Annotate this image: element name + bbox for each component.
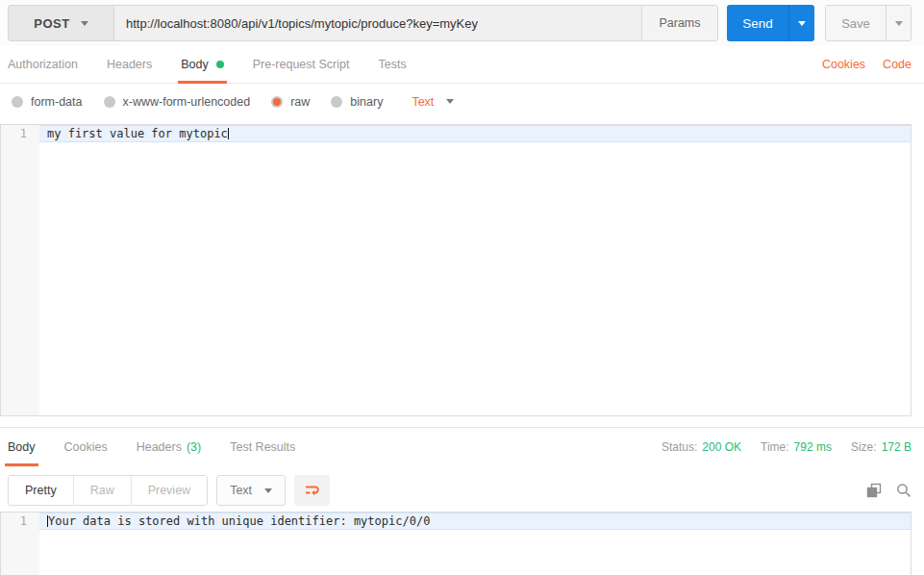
- tab-label: Body: [181, 58, 209, 71]
- save-button[interactable]: Save: [826, 6, 886, 40]
- time-value: 792 ms: [794, 440, 832, 454]
- params-button[interactable]: Params: [642, 6, 717, 40]
- status-value: 200 OK: [702, 440, 741, 454]
- editor-text: Your data is stored with unique identifi…: [48, 514, 430, 528]
- tab-tests[interactable]: Tests: [378, 46, 406, 83]
- save-options-button[interactable]: [886, 6, 911, 40]
- send-split-button: Send: [727, 5, 814, 41]
- save-split-button: Save: [825, 5, 912, 41]
- chevron-down-icon: [81, 21, 88, 26]
- code-link[interactable]: Code: [883, 46, 912, 83]
- response-tool-icons: [866, 483, 912, 498]
- radio-label: x-www-form-urlencoded: [123, 95, 251, 109]
- format-label: Text: [230, 484, 252, 497]
- tab-label: Body: [8, 440, 36, 454]
- size-label: Size:: [851, 440, 877, 454]
- editor-text: my first value for mytopic: [47, 127, 228, 140]
- chevron-down-icon: [446, 99, 454, 104]
- tab-headers[interactable]: Headers: [107, 46, 152, 83]
- response-tab-body[interactable]: Body: [8, 428, 36, 466]
- response-format-dropdown[interactable]: Text: [216, 475, 286, 506]
- response-tab-cookies[interactable]: Cookies: [64, 428, 108, 466]
- wrap-text-icon: [304, 483, 320, 499]
- postman-request-view: POST Params Send Save Authorization Head…: [0, 0, 924, 575]
- tab-label: Cookies: [64, 440, 108, 454]
- response-header: Body Cookies Headers (3) Test Results St…: [0, 428, 924, 466]
- tab-label: Pre-request Script: [253, 58, 350, 71]
- request-tabs: Authorization Headers Body Pre-request S…: [0, 46, 924, 84]
- response-tab-headers[interactable]: Headers (3): [137, 428, 202, 466]
- editor-active-line: Your data is stored with unique identifi…: [39, 512, 911, 530]
- radio-label: binary: [350, 95, 383, 109]
- radio-form-data[interactable]: form-data: [12, 95, 83, 109]
- editor-active-line: my first value for mytopic: [39, 125, 911, 142]
- wrap-text-button[interactable]: [294, 475, 330, 506]
- tab-label: Test Results: [230, 440, 295, 454]
- radio-raw[interactable]: raw: [271, 95, 310, 109]
- editor-content[interactable]: my first value for mytopic: [39, 125, 911, 415]
- view-mode-raw[interactable]: Raw: [74, 476, 132, 505]
- size-badge: Size: 172 B: [851, 440, 912, 454]
- body-type-row: form-data x-www-form-urlencoded raw bina…: [0, 84, 924, 119]
- view-mode-pretty[interactable]: Pretty: [9, 476, 74, 505]
- chevron-down-icon: [798, 21, 806, 26]
- cookies-link[interactable]: Cookies: [822, 46, 865, 83]
- tab-label: Authorization: [8, 58, 78, 71]
- request-body-editor: 1 my first value for mytopic: [0, 124, 912, 416]
- radio-icon: [331, 96, 342, 108]
- url-input[interactable]: [114, 6, 642, 40]
- copy-icon: [866, 483, 882, 498]
- copy-response-button[interactable]: [866, 483, 882, 498]
- unsaved-changes-dot: [216, 61, 224, 68]
- response-toolbar: Pretty Raw Preview Text: [0, 473, 924, 508]
- tab-label: Tests: [378, 58, 406, 71]
- url-group: POST Params: [8, 5, 718, 41]
- status-label: Status:: [662, 440, 697, 454]
- text-cursor: [228, 128, 229, 139]
- tab-label: Headers: [137, 440, 182, 454]
- search-response-button[interactable]: [896, 483, 912, 498]
- chevron-down-icon: [895, 21, 903, 26]
- radio-x-www-form-urlencoded[interactable]: x-www-form-urlencoded: [104, 95, 251, 109]
- time-label: Time:: [761, 440, 789, 454]
- body-format-dropdown[interactable]: Text: [412, 95, 454, 109]
- tab-authorization[interactable]: Authorization: [8, 46, 78, 83]
- response-tab-test-results[interactable]: Test Results: [230, 428, 295, 466]
- radio-selected-icon: [271, 96, 283, 108]
- method-label: POST: [34, 16, 69, 31]
- format-label: Text: [412, 95, 434, 109]
- radio-icon: [12, 96, 23, 108]
- request-bar: POST Params Send Save: [0, 0, 924, 46]
- line-number: 1: [1, 125, 39, 142]
- send-options-button[interactable]: [788, 5, 814, 41]
- radio-icon: [104, 96, 115, 108]
- editor-gutter: 1: [1, 512, 39, 575]
- response-meta: Status: 200 OK Time: 792 ms Size: 172 B: [662, 428, 912, 466]
- editor-content[interactable]: Your data is stored with unique identifi…: [39, 512, 911, 575]
- method-dropdown[interactable]: POST: [9, 6, 114, 40]
- line-number: 1: [1, 512, 39, 530]
- radio-label: form-data: [31, 95, 83, 109]
- size-value: 172 B: [882, 440, 912, 454]
- status-badge: Status: 200 OK: [662, 440, 741, 454]
- radio-binary[interactable]: binary: [331, 95, 383, 109]
- radio-label: raw: [290, 95, 310, 109]
- editor-gutter: 1: [1, 125, 39, 415]
- chevron-down-icon: [264, 488, 272, 493]
- tab-pre-request-script[interactable]: Pre-request Script: [253, 46, 350, 83]
- headers-count-badge: (3): [187, 440, 201, 454]
- tab-label: Headers: [107, 58, 152, 71]
- send-button[interactable]: Send: [727, 5, 788, 41]
- tab-body[interactable]: Body: [181, 46, 224, 83]
- search-icon: [896, 483, 912, 498]
- view-mode-preview[interactable]: Preview: [132, 476, 207, 505]
- time-badge: Time: 792 ms: [761, 440, 832, 454]
- view-mode-group: Pretty Raw Preview: [8, 475, 208, 506]
- response-body-editor: 1 Your data is stored with unique identi…: [0, 512, 912, 575]
- spacer: [436, 46, 805, 83]
